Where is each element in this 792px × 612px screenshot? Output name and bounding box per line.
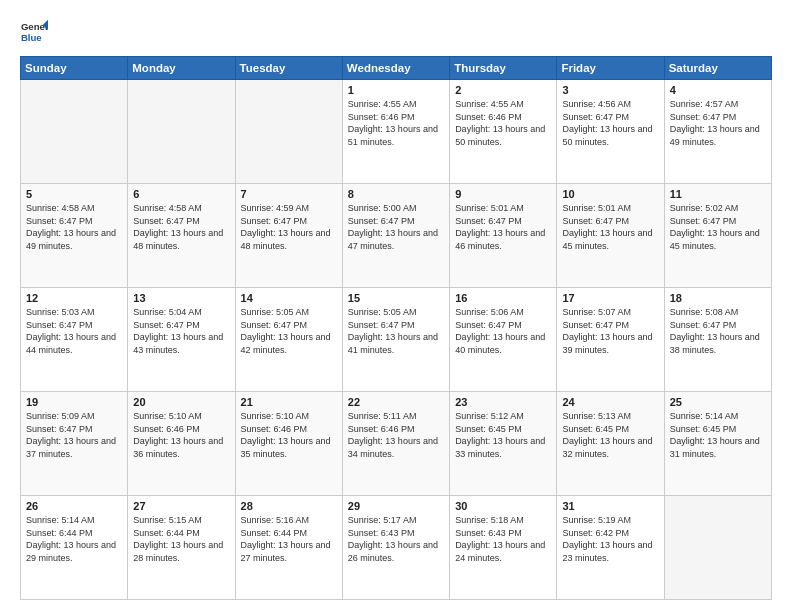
calendar-day: 31Sunrise: 5:19 AMSunset: 6:42 PMDayligh…: [557, 496, 664, 600]
day-number: 21: [241, 396, 337, 408]
day-info: Sunrise: 5:17 AMSunset: 6:43 PMDaylight:…: [348, 514, 444, 564]
calendar-week-4: 19Sunrise: 5:09 AMSunset: 6:47 PMDayligh…: [21, 392, 772, 496]
header: General Blue: [20, 18, 772, 46]
day-number: 27: [133, 500, 229, 512]
weekday-sunday: Sunday: [21, 57, 128, 80]
day-number: 26: [26, 500, 122, 512]
calendar-day: 24Sunrise: 5:13 AMSunset: 6:45 PMDayligh…: [557, 392, 664, 496]
day-info: Sunrise: 5:09 AMSunset: 6:47 PMDaylight:…: [26, 410, 122, 460]
day-info: Sunrise: 4:56 AMSunset: 6:47 PMDaylight:…: [562, 98, 658, 148]
day-number: 16: [455, 292, 551, 304]
day-info: Sunrise: 4:58 AMSunset: 6:47 PMDaylight:…: [133, 202, 229, 252]
calendar-day: 30Sunrise: 5:18 AMSunset: 6:43 PMDayligh…: [450, 496, 557, 600]
calendar-day: 4Sunrise: 4:57 AMSunset: 6:47 PMDaylight…: [664, 80, 771, 184]
day-info: Sunrise: 5:02 AMSunset: 6:47 PMDaylight:…: [670, 202, 766, 252]
calendar-day: 23Sunrise: 5:12 AMSunset: 6:45 PMDayligh…: [450, 392, 557, 496]
page: General Blue SundayMondayTuesdayWednesda…: [0, 0, 792, 612]
calendar-day: 13Sunrise: 5:04 AMSunset: 6:47 PMDayligh…: [128, 288, 235, 392]
calendar-body: 1Sunrise: 4:55 AMSunset: 6:46 PMDaylight…: [21, 80, 772, 600]
day-info: Sunrise: 5:13 AMSunset: 6:45 PMDaylight:…: [562, 410, 658, 460]
day-number: 30: [455, 500, 551, 512]
day-number: 2: [455, 84, 551, 96]
calendar-day: 21Sunrise: 5:10 AMSunset: 6:46 PMDayligh…: [235, 392, 342, 496]
day-info: Sunrise: 5:14 AMSunset: 6:45 PMDaylight:…: [670, 410, 766, 460]
day-info: Sunrise: 5:19 AMSunset: 6:42 PMDaylight:…: [562, 514, 658, 564]
day-number: 15: [348, 292, 444, 304]
weekday-monday: Monday: [128, 57, 235, 80]
calendar-week-5: 26Sunrise: 5:14 AMSunset: 6:44 PMDayligh…: [21, 496, 772, 600]
calendar-day: 8Sunrise: 5:00 AMSunset: 6:47 PMDaylight…: [342, 184, 449, 288]
day-number: 7: [241, 188, 337, 200]
day-number: 8: [348, 188, 444, 200]
day-info: Sunrise: 5:00 AMSunset: 6:47 PMDaylight:…: [348, 202, 444, 252]
calendar-day: 7Sunrise: 4:59 AMSunset: 6:47 PMDaylight…: [235, 184, 342, 288]
day-number: 17: [562, 292, 658, 304]
calendar-day: [21, 80, 128, 184]
calendar-day: 25Sunrise: 5:14 AMSunset: 6:45 PMDayligh…: [664, 392, 771, 496]
calendar-week-2: 5Sunrise: 4:58 AMSunset: 6:47 PMDaylight…: [21, 184, 772, 288]
day-number: 5: [26, 188, 122, 200]
calendar-day: 22Sunrise: 5:11 AMSunset: 6:46 PMDayligh…: [342, 392, 449, 496]
day-info: Sunrise: 4:55 AMSunset: 6:46 PMDaylight:…: [455, 98, 551, 148]
calendar-day: 27Sunrise: 5:15 AMSunset: 6:44 PMDayligh…: [128, 496, 235, 600]
calendar-day: [128, 80, 235, 184]
day-number: 9: [455, 188, 551, 200]
day-number: 24: [562, 396, 658, 408]
calendar-day: [235, 80, 342, 184]
calendar-day: 16Sunrise: 5:06 AMSunset: 6:47 PMDayligh…: [450, 288, 557, 392]
weekday-header-row: SundayMondayTuesdayWednesdayThursdayFrid…: [21, 57, 772, 80]
day-info: Sunrise: 4:55 AMSunset: 6:46 PMDaylight:…: [348, 98, 444, 148]
day-info: Sunrise: 4:58 AMSunset: 6:47 PMDaylight:…: [26, 202, 122, 252]
day-info: Sunrise: 5:01 AMSunset: 6:47 PMDaylight:…: [455, 202, 551, 252]
logo-icon: General Blue: [20, 18, 48, 46]
calendar-day: 5Sunrise: 4:58 AMSunset: 6:47 PMDaylight…: [21, 184, 128, 288]
day-number: 4: [670, 84, 766, 96]
logo: General Blue: [20, 18, 50, 46]
day-info: Sunrise: 5:18 AMSunset: 6:43 PMDaylight:…: [455, 514, 551, 564]
calendar-day: 19Sunrise: 5:09 AMSunset: 6:47 PMDayligh…: [21, 392, 128, 496]
calendar-day: 1Sunrise: 4:55 AMSunset: 6:46 PMDaylight…: [342, 80, 449, 184]
calendar-table: SundayMondayTuesdayWednesdayThursdayFrid…: [20, 56, 772, 600]
day-info: Sunrise: 5:16 AMSunset: 6:44 PMDaylight:…: [241, 514, 337, 564]
day-number: 11: [670, 188, 766, 200]
calendar-day: 20Sunrise: 5:10 AMSunset: 6:46 PMDayligh…: [128, 392, 235, 496]
day-number: 31: [562, 500, 658, 512]
day-info: Sunrise: 5:10 AMSunset: 6:46 PMDaylight:…: [133, 410, 229, 460]
day-number: 12: [26, 292, 122, 304]
day-info: Sunrise: 5:05 AMSunset: 6:47 PMDaylight:…: [241, 306, 337, 356]
calendar-day: 3Sunrise: 4:56 AMSunset: 6:47 PMDaylight…: [557, 80, 664, 184]
calendar-day: 9Sunrise: 5:01 AMSunset: 6:47 PMDaylight…: [450, 184, 557, 288]
svg-text:Blue: Blue: [21, 32, 42, 43]
day-number: 20: [133, 396, 229, 408]
weekday-friday: Friday: [557, 57, 664, 80]
day-info: Sunrise: 5:08 AMSunset: 6:47 PMDaylight:…: [670, 306, 766, 356]
day-info: Sunrise: 5:14 AMSunset: 6:44 PMDaylight:…: [26, 514, 122, 564]
calendar-day: 29Sunrise: 5:17 AMSunset: 6:43 PMDayligh…: [342, 496, 449, 600]
day-number: 23: [455, 396, 551, 408]
calendar-day: 12Sunrise: 5:03 AMSunset: 6:47 PMDayligh…: [21, 288, 128, 392]
day-info: Sunrise: 5:06 AMSunset: 6:47 PMDaylight:…: [455, 306, 551, 356]
day-number: 14: [241, 292, 337, 304]
day-number: 3: [562, 84, 658, 96]
day-number: 18: [670, 292, 766, 304]
calendar-day: 18Sunrise: 5:08 AMSunset: 6:47 PMDayligh…: [664, 288, 771, 392]
day-info: Sunrise: 5:15 AMSunset: 6:44 PMDaylight:…: [133, 514, 229, 564]
svg-text:General: General: [21, 21, 48, 32]
calendar-day: 15Sunrise: 5:05 AMSunset: 6:47 PMDayligh…: [342, 288, 449, 392]
weekday-tuesday: Tuesday: [235, 57, 342, 80]
day-info: Sunrise: 5:05 AMSunset: 6:47 PMDaylight:…: [348, 306, 444, 356]
day-info: Sunrise: 5:04 AMSunset: 6:47 PMDaylight:…: [133, 306, 229, 356]
day-number: 29: [348, 500, 444, 512]
day-info: Sunrise: 5:03 AMSunset: 6:47 PMDaylight:…: [26, 306, 122, 356]
calendar-day: 2Sunrise: 4:55 AMSunset: 6:46 PMDaylight…: [450, 80, 557, 184]
calendar-week-3: 12Sunrise: 5:03 AMSunset: 6:47 PMDayligh…: [21, 288, 772, 392]
day-number: 28: [241, 500, 337, 512]
day-info: Sunrise: 4:59 AMSunset: 6:47 PMDaylight:…: [241, 202, 337, 252]
day-number: 13: [133, 292, 229, 304]
day-number: 10: [562, 188, 658, 200]
day-number: 19: [26, 396, 122, 408]
weekday-thursday: Thursday: [450, 57, 557, 80]
weekday-wednesday: Wednesday: [342, 57, 449, 80]
day-info: Sunrise: 5:01 AMSunset: 6:47 PMDaylight:…: [562, 202, 658, 252]
weekday-saturday: Saturday: [664, 57, 771, 80]
